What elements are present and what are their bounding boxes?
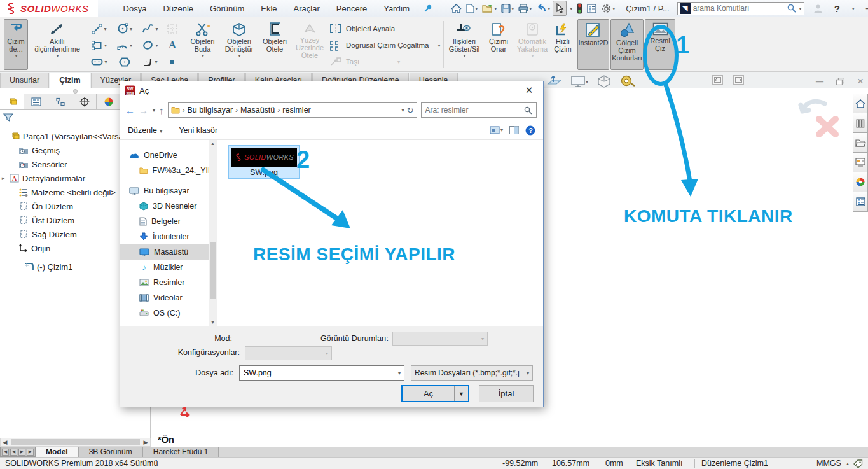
filename-combobox[interactable]: ▾ (239, 365, 404, 381)
sidebar-indirilenler[interactable]: İndirilenler (120, 229, 217, 244)
scroll-down-icon[interactable]: ▼ (210, 320, 215, 325)
refresh-icon[interactable]: ↻ (407, 106, 414, 115)
breadcrumb-resimler[interactable]: resimler (282, 106, 310, 115)
recent-locations-icon[interactable]: ▾ (153, 108, 155, 113)
3d-views-tab[interactable]: 3B Görünüm (79, 447, 143, 457)
model-tab[interactable]: Model (36, 447, 79, 457)
displaymanager-tab[interactable] (97, 94, 121, 109)
taskpane-web-button[interactable] (853, 172, 868, 192)
file-properties-button[interactable] (585, 1, 598, 16)
dialog-search-input[interactable] (425, 106, 524, 115)
spline-tool[interactable]: ▾ (137, 20, 163, 37)
open-split-dropdown-icon[interactable]: ▼ (454, 386, 468, 401)
filename-input[interactable] (240, 368, 397, 377)
fillet-tool[interactable]: ▾ (137, 53, 163, 70)
rebuild-button[interactable] (575, 1, 584, 16)
sidebar-os-c[interactable]: OS (C:) (120, 305, 217, 321)
circle-tool[interactable]: ▾ (112, 20, 137, 37)
sidebar-resimler[interactable]: Resimler (120, 275, 217, 290)
dialog-search-box[interactable] (421, 102, 537, 118)
scrollbar-thumb[interactable] (210, 242, 216, 299)
menu-dosya[interactable]: Dosya (116, 1, 155, 16)
sketch-picture-button[interactable]: Resmi Çiz (645, 19, 675, 70)
options-gear-button[interactable]: ▾ (599, 1, 617, 16)
configurationmanager-tab[interactable] (48, 94, 72, 109)
sidebar-fw-folder[interactable]: FW%3a_24._YIL_ (120, 163, 217, 178)
ellipse-tool[interactable]: ▾ (137, 37, 163, 53)
menu-duzenle[interactable]: Düzenle (155, 1, 201, 16)
back-icon[interactable]: ← (125, 105, 135, 116)
display-relations-button[interactable]: İlişkileri Göster/Sil ▾ (445, 19, 483, 70)
sidebar-muzikler[interactable]: ♪ Müzikler (120, 260, 217, 275)
save-button[interactable]: ▾ (499, 1, 516, 16)
tab-unsurlar[interactable]: Unsurlar (0, 73, 49, 88)
expander-icon[interactable]: ▸ (0, 175, 6, 181)
display-style-button[interactable]: ▾ (571, 76, 588, 87)
home-button[interactable] (449, 1, 464, 16)
exit-sketch-button[interactable]: Çizim de... ▾ (4, 19, 28, 70)
sidebar-bu-bilgisayar[interactable]: Bu bilgisayar (120, 183, 217, 199)
measure-tape-icon[interactable] (620, 75, 635, 88)
sidebar-onedrive[interactable]: OneDrive (120, 148, 217, 163)
taskpane-custom-properties-button[interactable] (853, 192, 868, 212)
menu-araclar[interactable]: Araçlar (286, 1, 327, 16)
taskpane-library-button[interactable] (853, 113, 868, 133)
collapse-left-pane-button[interactable] (712, 75, 723, 85)
arc-tool[interactable]: ▾ (112, 37, 137, 53)
view-orientation-cube-icon[interactable] (597, 75, 611, 88)
dialog-titlebar[interactable]: SW2018 Aç ✕ (120, 81, 543, 99)
menu-yardim[interactable]: Yardım (376, 1, 417, 16)
command-search-box[interactable]: ◥ ▾ (677, 2, 804, 15)
point-tool[interactable] (163, 53, 182, 70)
convert-entities-button[interactable]: Objeleri Dönüştür ▾ (221, 19, 258, 70)
slot-tool[interactable]: ▾ (86, 53, 112, 70)
instant2d-button[interactable]: Instant2D (577, 19, 609, 70)
breadcrumb-masaustu[interactable]: Masaüstü (240, 106, 275, 115)
tab-cizim[interactable]: Çizim (50, 73, 90, 88)
file-item-sw-png[interactable]: SOLIDWORKS SW.png (228, 145, 300, 179)
scroll-left-icon[interactable]: ◀ (1, 439, 10, 445)
open-button[interactable]: ▾ (480, 1, 499, 16)
file-list-area[interactable]: SOLIDWORKS SW.png (217, 140, 543, 326)
breadcrumb-dropdown-icon[interactable]: ▾ (402, 108, 404, 113)
units-selector[interactable]: MMGS▴ (816, 459, 849, 468)
featuremanager-tab[interactable] (0, 94, 24, 109)
help-dropdown-icon[interactable]: ▾ (852, 6, 855, 11)
sidebar-masaustu[interactable]: Masaüstü (120, 244, 217, 260)
organize-button[interactable]: Düzenle ▾ (128, 126, 162, 135)
preview-pane-icon[interactable] (509, 126, 519, 134)
doc-restore-button[interactable] (836, 78, 844, 85)
help-button[interactable]: ? (834, 3, 840, 14)
menu-ekle[interactable]: Ekle (253, 1, 284, 16)
polygon-tool[interactable] (112, 53, 137, 70)
left-horizontal-scrollbar[interactable]: ◀ ▶ (0, 438, 151, 447)
select-tool-button[interactable] (553, 1, 567, 16)
menu-gorunum[interactable]: Görünüm (202, 1, 252, 16)
breadcrumb[interactable]: › Bu bilgisayar › Masaüstü › resimler ▾ … (168, 102, 417, 118)
text-tool[interactable]: A (163, 37, 182, 53)
new-document-button[interactable]: ▾ (464, 1, 479, 16)
shaded-contours-button[interactable]: Gölgeli Çizim Konturları (610, 19, 644, 70)
motion-study-tab[interactable]: Hareket Etüdü 1 (143, 447, 219, 457)
scroll-up-icon[interactable]: ▲ (210, 141, 215, 146)
search-icon[interactable] (524, 106, 532, 115)
dimxpert-tab[interactable] (72, 94, 97, 109)
scroll-right-icon[interactable]: ▶ (141, 439, 150, 445)
up-icon[interactable]: ↑ (159, 105, 164, 116)
help-icon[interactable]: ? (525, 125, 535, 136)
command-search-input[interactable] (693, 4, 785, 13)
sidebar-videolar[interactable]: Videolar (120, 290, 217, 305)
search-icon[interactable] (787, 4, 796, 13)
filetype-dropdown[interactable]: Resim Dosyaları (*.bmp;*.gif;*.j ▾ (411, 365, 533, 381)
pin-menu-icon[interactable] (424, 4, 432, 13)
doc-close-button[interactable]: × (857, 75, 864, 88)
print-button[interactable]: ▾ (516, 1, 534, 16)
linear-pattern-button[interactable]: Doğrusal Çizim Çoğaltma ▾ (329, 37, 444, 53)
select-dropdown[interactable]: ▾ (567, 1, 574, 16)
undo-button[interactable]: ▾ (534, 1, 552, 16)
cancel-button[interactable]: İptal (479, 385, 534, 402)
filename-dropdown-icon[interactable]: ▾ (398, 370, 401, 376)
taskpane-view-palette-button[interactable] (853, 153, 868, 172)
smart-dimension-button[interactable]: Akıllı ölçümlendirme ▾ (31, 19, 84, 70)
taskpane-home-button[interactable] (853, 94, 868, 113)
